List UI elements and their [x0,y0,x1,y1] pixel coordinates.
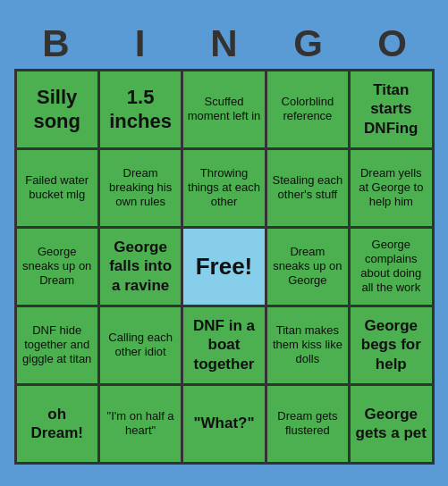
bingo-cell-19[interactable]: George begs for help [351,307,434,386]
bingo-cell-12[interactable]: Free! [183,229,266,307]
bingo-cell-9[interactable]: Dream yells at George to help him [351,150,434,229]
bingo-cell-24[interactable]: George gets a pet [351,386,434,465]
letter-o: O [353,22,432,65]
letter-n: N [185,22,264,65]
bingo-cell-5[interactable]: Failed water bucket mlg [17,150,100,229]
bingo-cell-20[interactable]: oh Dream! [17,386,100,465]
bingo-cell-10[interactable]: George sneaks up on Dream [17,229,100,307]
bingo-header: B I N G O [14,22,435,65]
bingo-cell-15[interactable]: DNF hide together and giggle at titan [17,307,100,386]
bingo-cell-7[interactable]: Throwing things at each other [183,150,266,229]
bingo-card: B I N G O Silly song1.5 inchesScuffed mo… [5,13,444,473]
bingo-cell-22[interactable]: "What?" [183,386,266,465]
bingo-cell-3[interactable]: Colorblind reference [267,71,351,150]
bingo-grid: Silly song1.5 inchesScuffed moment left … [14,69,435,465]
bingo-cell-4[interactable]: Titan starts DNFing [351,71,434,150]
bingo-cell-11[interactable]: George falls into a ravine [100,229,183,307]
bingo-cell-14[interactable]: George complains about doing all the wor… [351,229,434,307]
bingo-cell-0[interactable]: Silly song [17,71,100,150]
bingo-cell-2[interactable]: Scuffed moment left in [183,71,266,150]
bingo-cell-13[interactable]: Dream sneaks up on George [267,229,351,307]
letter-b: B [17,22,96,65]
bingo-cell-16[interactable]: Calling each other idiot [100,307,183,386]
bingo-cell-8[interactable]: Stealing each other's stuff [267,150,351,229]
bingo-cell-17[interactable]: DNF in a boat together [183,307,266,386]
bingo-cell-1[interactable]: 1.5 inches [100,71,183,150]
bingo-cell-21[interactable]: "I'm on half a heart" [100,386,183,465]
bingo-cell-6[interactable]: Dream breaking his own rules [100,150,183,229]
bingo-cell-18[interactable]: Titan makes them kiss like dolls [267,307,351,386]
bingo-cell-23[interactable]: Dream gets flustered [267,386,351,465]
letter-i: I [101,22,180,65]
letter-g: G [269,22,348,65]
